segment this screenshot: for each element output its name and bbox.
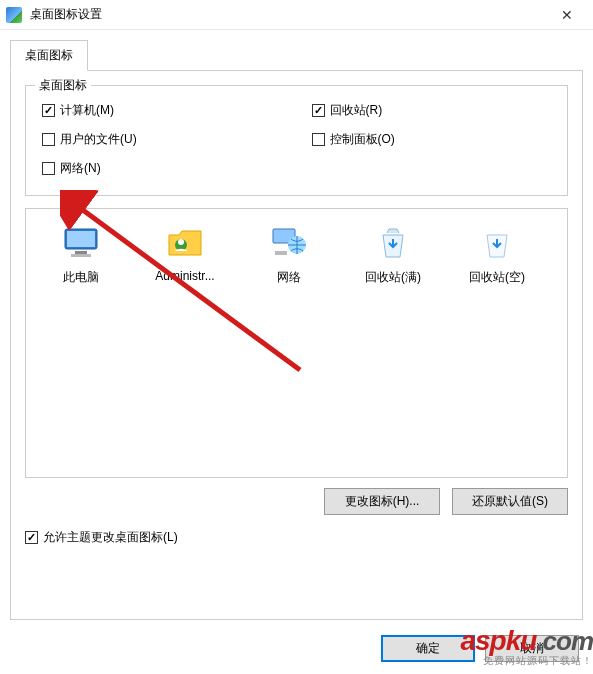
user-folder-icon — [165, 223, 205, 263]
restore-default-button[interactable]: 还原默认值(S) — [452, 488, 568, 515]
app-icon — [6, 7, 22, 23]
icon-label: 回收站(空) — [469, 269, 525, 286]
icon-network[interactable]: 网络 — [240, 223, 338, 286]
recycle-empty-icon — [477, 223, 517, 263]
icon-label: 此电脑 — [63, 269, 99, 286]
svg-point-5 — [178, 239, 184, 245]
watermark: aspku.com 免费网站源码下载站！ — [460, 625, 593, 668]
checkbox-user-files[interactable]: 用户的文件(U) — [42, 131, 282, 148]
close-icon: ✕ — [561, 7, 573, 23]
checkbox-label: 控制面板(O) — [330, 131, 395, 148]
tab-desktop-icons[interactable]: 桌面图标 — [10, 40, 88, 71]
checkbox-box — [25, 531, 38, 544]
checkbox-box — [42, 162, 55, 175]
checkbox-box — [42, 133, 55, 146]
icon-preview: 此电脑 Administr... — [25, 208, 568, 478]
titlebar: 桌面图标设置 ✕ — [0, 0, 593, 30]
svg-rect-1 — [67, 231, 95, 247]
tab-label: 桌面图标 — [25, 48, 73, 62]
icon-recycle-full[interactable]: 回收站(满) — [344, 223, 442, 286]
watermark-text: asp — [460, 625, 505, 656]
watermark-text: ku — [506, 625, 537, 656]
checkbox-label: 回收站(R) — [330, 102, 383, 119]
tab-area: 桌面图标 桌面图标 计算机(M) 回收站(R) 用户的文件(U) — [0, 30, 593, 620]
icon-recycle-empty[interactable]: 回收站(空) — [448, 223, 546, 286]
window-title: 桌面图标设置 — [30, 6, 547, 23]
svg-rect-2 — [75, 251, 87, 254]
checkbox-recycle-bin[interactable]: 回收站(R) — [312, 102, 552, 119]
checkbox-box — [312, 104, 325, 117]
svg-rect-3 — [71, 254, 91, 257]
checkbox-box — [312, 133, 325, 146]
checkbox-label: 计算机(M) — [60, 102, 114, 119]
svg-rect-8 — [275, 251, 287, 255]
checkbox-label: 用户的文件(U) — [60, 131, 137, 148]
icon-this-pc[interactable]: 此电脑 — [32, 223, 130, 286]
group-title: 桌面图标 — [35, 77, 91, 94]
computer-icon — [61, 223, 101, 263]
allow-theme-checkbox[interactable]: 允许主题更改桌面图标(L) — [25, 529, 568, 546]
watermark-text: .com — [536, 626, 593, 656]
checkbox-control-panel[interactable]: 控制面板(O) — [312, 131, 552, 148]
change-icon-button[interactable]: 更改图标(H)... — [324, 488, 440, 515]
desktop-icons-group: 桌面图标 计算机(M) 回收站(R) 用户的文件(U) 控制面板(O) — [25, 85, 568, 196]
checkbox-network[interactable]: 网络(N) — [42, 160, 282, 177]
checkbox-label: 允许主题更改桌面图标(L) — [43, 529, 178, 546]
watermark-sub: 免费网站源码下载站！ — [460, 654, 593, 668]
checkbox-label: 网络(N) — [60, 160, 101, 177]
checkbox-grid: 计算机(M) 回收站(R) 用户的文件(U) 控制面板(O) 网络(N) — [42, 100, 551, 177]
icon-label: 回收站(满) — [365, 269, 421, 286]
checkbox-computer[interactable]: 计算机(M) — [42, 102, 282, 119]
icon-user-folder[interactable]: Administr... — [136, 223, 234, 283]
icon-buttons-row: 更改图标(H)... 还原默认值(S) — [25, 488, 568, 515]
icon-label: 网络 — [277, 269, 301, 286]
close-button[interactable]: ✕ — [547, 1, 587, 29]
checkbox-box — [42, 104, 55, 117]
network-icon — [269, 223, 309, 263]
recycle-full-icon — [373, 223, 413, 263]
tab-panel: 桌面图标 计算机(M) 回收站(R) 用户的文件(U) 控制面板(O) — [10, 70, 583, 620]
icon-label: Administr... — [155, 269, 214, 283]
